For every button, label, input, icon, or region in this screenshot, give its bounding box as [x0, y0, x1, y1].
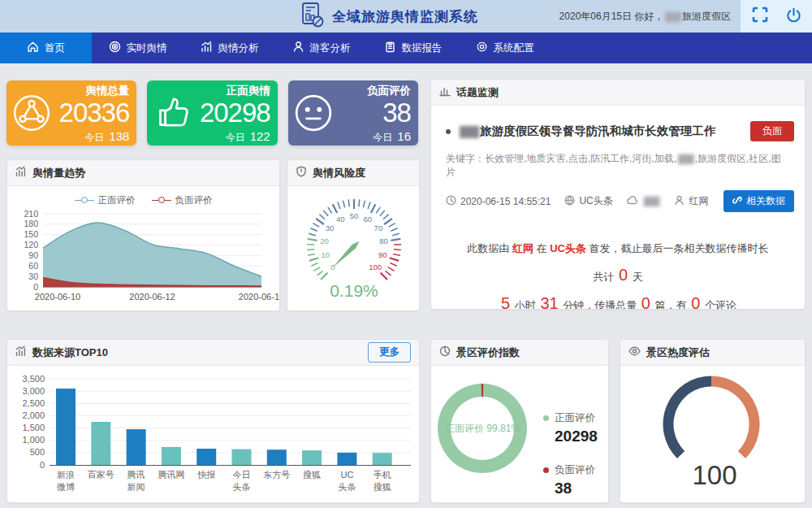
thumbs-up-icon	[147, 93, 197, 133]
stat-value: 38	[339, 99, 411, 126]
panel-risk-title: 舆情风险度	[313, 166, 365, 180]
bar-8	[337, 453, 356, 465]
nav-item-1[interactable]: 实时舆情	[92, 33, 184, 63]
trend-legend-item-0[interactable]: 正面评价	[75, 194, 136, 206]
svg-text:1,500: 1,500	[22, 423, 45, 432]
panel-heat-title: 景区热度评估	[646, 345, 710, 360]
nav-label: 游客分析	[310, 41, 351, 55]
legend-negative: 负面评价 38	[543, 463, 598, 497]
panel-topic-header: 话题监测	[431, 80, 805, 106]
svg-text:2,500: 2,500	[22, 398, 45, 408]
neutral-face-icon	[288, 93, 339, 133]
nav-item-0[interactable]: 首页	[0, 33, 92, 63]
user-name-redacted: ███	[665, 12, 680, 21]
stat-today: 今日122	[197, 130, 270, 142]
svg-text:30: 30	[326, 224, 335, 232]
positive-value: 20298	[555, 428, 598, 445]
trend-area-chart: 03060901201501802102020-06-102020-06-122…	[7, 207, 279, 311]
summary-line-1: 此数据由 红网 在 UC头条 首发，截止最后一条相关数据传播时长共计 0 天	[464, 235, 772, 290]
pie-chart-icon	[439, 345, 451, 359]
stat-texts: 负面评价 38 今日16	[339, 84, 418, 143]
svg-text:0.19%: 0.19%	[330, 281, 378, 300]
shield-icon	[296, 166, 307, 180]
svg-text:东方号: 东方号	[263, 470, 290, 480]
share-network-icon	[6, 93, 57, 133]
panel-sources: 数据来源TOP10 更多 05001,0001,5002,0002,5003,0…	[6, 339, 420, 503]
bar-1	[91, 422, 110, 465]
nav-label: 舆情分析	[218, 41, 259, 55]
svg-text:40: 40	[336, 215, 345, 224]
svg-text:百家号: 百家号	[88, 470, 114, 480]
negative-value: 38	[555, 480, 598, 497]
stat-card-2: 负面评价 38 今日16	[288, 80, 418, 145]
panel-rating: 景区评价指数 正面评价 99.81% 正面评价 20298 负面评价 38	[430, 339, 609, 503]
legend-line-marker-icon	[152, 197, 171, 204]
app-logo-icon	[300, 2, 325, 31]
legend-positive: 正面评价 20298	[543, 411, 598, 445]
rating-legend: 正面评价 20298 负面评价 38	[543, 411, 598, 503]
keyword-redacted: ███	[678, 154, 693, 163]
nav-label: 系统配置	[494, 41, 534, 55]
sources-chart-icon	[15, 345, 27, 359]
svg-text:0: 0	[40, 460, 45, 470]
svg-text:150: 150	[24, 229, 38, 239]
nav-item-3[interactable]: 游客分析	[275, 33, 367, 63]
more-button[interactable]: 更多	[368, 342, 411, 363]
bar-6	[267, 449, 287, 465]
svg-text:70: 70	[374, 224, 383, 232]
main-nav: 首页实时舆情舆情分析游客分析数据报告系统配置	[0, 33, 812, 63]
trend-legend-item-1[interactable]: 负面评价	[152, 194, 213, 206]
cloud-icon	[627, 195, 638, 207]
svg-text:腾讯新闻: 腾讯新闻	[127, 470, 145, 492]
top-bar: 全域旅游舆情监测系统 2020年06月15日 你好， ███ 旅游度假区	[0, 0, 812, 33]
svg-text:手机搜狐: 手机搜狐	[374, 470, 391, 492]
svg-text:3,500: 3,500	[22, 374, 45, 384]
svg-text:20: 20	[320, 237, 329, 245]
eye-circle-icon	[109, 41, 121, 55]
svg-text:搜狐: 搜狐	[303, 470, 321, 480]
svg-text:210: 210	[24, 209, 38, 219]
nav-label: 首页	[45, 41, 65, 55]
fullscreen-icon[interactable]	[751, 6, 769, 27]
stat-card-1: 正面舆情 20298 今日122	[147, 80, 277, 145]
svg-text:腾讯网: 腾讯网	[158, 470, 184, 480]
nav-item-5[interactable]: 系统配置	[459, 33, 551, 63]
stat-value: 20298	[197, 99, 270, 126]
svg-text:100: 100	[692, 460, 736, 490]
panel-sources-title: 数据来源TOP10	[32, 345, 108, 360]
svg-text:2,000: 2,000	[22, 410, 45, 420]
nav-item-2[interactable]: 舆情分析	[184, 33, 275, 63]
related-data-button[interactable]: 相关数据	[723, 190, 794, 212]
news-title[interactable]: ███旅游度假区领导督导防汛和城市长效管理工作	[458, 124, 750, 139]
user-icon	[674, 195, 685, 208]
svg-text:0: 0	[330, 263, 335, 271]
panel-heat: 景区热度评估 100	[620, 339, 806, 503]
stat-label: 负面评价	[339, 85, 411, 97]
bar-9	[373, 453, 392, 465]
svg-text:正面评价 99.81%: 正面评价 99.81%	[445, 423, 520, 434]
negative-dot-icon	[543, 467, 549, 473]
panel-trend-header: 舆情量趋势	[7, 160, 279, 186]
power-icon[interactable]	[785, 7, 802, 27]
panel-rating-header: 景区评价指数	[431, 340, 608, 366]
home-icon	[27, 41, 39, 55]
bar-chart-icon	[439, 85, 451, 99]
dashboard-page: 全域旅游舆情监测系统 2020年06月15日 你好， ███ 旅游度假区 首页实…	[0, 0, 812, 508]
topbar-actions	[741, 0, 812, 33]
svg-text:80: 80	[379, 237, 388, 245]
stat-cards: 舆情总量 20336 今日138 正面舆情 20298 今日122 负面评价 3…	[6, 80, 418, 145]
panel-rating-title: 景区评价指数	[456, 345, 520, 360]
stat-card-0: 舆情总量 20336 今日138	[6, 80, 136, 145]
user-info: 2020年06月15日 你好， ███ 旅游度假区	[559, 0, 731, 33]
brand: 全域旅游舆情监测系统	[300, 0, 478, 33]
svg-text:UC头条: UC头条	[338, 470, 356, 492]
panel-sources-header: 数据来源TOP10 更多	[7, 340, 419, 366]
publish-time: 2020-06-15 14:55:21	[446, 195, 551, 208]
eye-icon	[628, 346, 641, 358]
nav-label: 数据报告	[402, 41, 443, 55]
svg-text:50: 50	[350, 211, 359, 220]
news-title-redacted: ███	[460, 126, 478, 137]
nav-item-4[interactable]: 数据报告	[367, 33, 459, 63]
report-icon	[384, 41, 396, 55]
stat-value: 20336	[57, 99, 129, 126]
